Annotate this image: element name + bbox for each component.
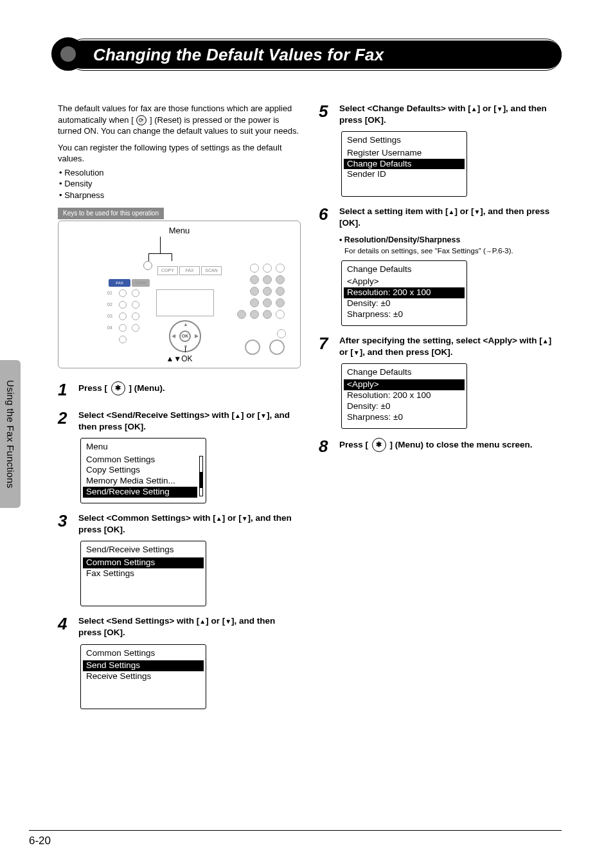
step-5-lcd: Send Settings Register Username Change D… — [341, 131, 467, 197]
lcd-row-selected: Common Settings — [83, 557, 204, 568]
title-banner: Changing the Default Values for Fax — [55, 39, 562, 77]
down-arrow-icon — [260, 410, 267, 420]
step-3: 3 Select <Common Settings> with [] or []… — [58, 512, 301, 606]
step-5: 5 Select <Change Defaults> with [] or []… — [319, 103, 562, 197]
lcd-scrollbar — [199, 456, 203, 497]
up-arrow-icon — [235, 410, 241, 420]
lcd-row — [81, 682, 206, 693]
lcd-title: Menu — [81, 440, 206, 454]
step-number: 2 — [58, 410, 72, 503]
down-arrow-icon — [242, 513, 248, 523]
diagram-menu-label: Menu — [58, 225, 300, 237]
down-arrow-icon — [353, 347, 360, 357]
menu-button-icon: ✱ — [111, 381, 125, 395]
down-arrow-icon — [497, 104, 503, 113]
step-1: 1 Press [ ✱ ] (Menu). — [58, 381, 301, 401]
diagram-onetouch-grid: 01 02 03 04 — [107, 289, 139, 347]
lcd-title: Send/Receive Settings — [81, 543, 206, 557]
step-number: 8 — [319, 438, 333, 457]
step-2: 2 Select <Send/Receive Settings> with []… — [58, 410, 301, 503]
lcd-title: Change Defaults — [342, 366, 466, 379]
step-3-lcd: Send/Receive Settings Common Settings Fa… — [80, 541, 206, 606]
step-number: 5 — [319, 103, 333, 197]
down-arrow-icon — [225, 616, 231, 626]
up-arrow-icon — [199, 616, 206, 626]
step-6-detail: For details on settings, see "Fax Settin… — [344, 246, 562, 257]
step-number: 7 — [319, 335, 333, 429]
right-column: 5 Select <Change Defaults> with [] or []… — [319, 103, 562, 718]
bullet-density: Density — [59, 178, 301, 190]
diagram-arrow-ok-label: ▲▼OK — [58, 354, 300, 364]
page-number: 6-20 — [29, 835, 51, 847]
step-5-text: Select <Change Defaults> with [] or [], … — [339, 103, 562, 126]
left-column: The default values for fax are those fun… — [58, 103, 301, 718]
diagram-menu-button-icon — [143, 261, 152, 270]
bullet-resolution: Resolution — [59, 167, 301, 179]
step-8-text: Press [ ✱ ] (Menu) to close the menu scr… — [339, 438, 562, 452]
step-4: 4 Select <Send Settings> with [] or [], … — [58, 615, 301, 709]
up-arrow-icon — [449, 206, 455, 216]
lcd-title: Common Settings — [81, 647, 206, 660]
lcd-row: <Apply> — [342, 276, 466, 287]
reset-icon: ⟳ — [136, 115, 147, 125]
step-6-subheading: Resolution/Density/Sharpness — [339, 235, 562, 246]
lcd-title: Change Defaults — [342, 263, 466, 276]
step-6-lcd: Change Defaults <Apply> Resolution: 200 … — [341, 260, 467, 326]
step-1-text: Press [ ✱ ] (Menu). — [78, 381, 301, 395]
lcd-row: Common Settings — [81, 455, 199, 466]
up-arrow-icon — [216, 513, 222, 523]
down-arrow-icon — [474, 206, 480, 216]
lcd-row: Register Username — [342, 148, 466, 159]
lcd-title: Send Settings — [342, 134, 466, 147]
diagram-copy-mode: COPY — [157, 266, 178, 275]
up-arrow-icon — [471, 104, 477, 113]
step-7-lcd: Change Defaults <Apply> Resolution: 200 … — [341, 363, 467, 429]
step-7: 7 After specifying the setting, select <… — [319, 335, 562, 429]
up-arrow-icon — [542, 336, 549, 345]
step-2-text: Select <Send/Receive Settings> with [] o… — [78, 410, 301, 433]
lcd-row: Copy Settings — [81, 465, 199, 476]
page-footer: 6-20 — [29, 830, 562, 847]
step-7-text: After specifying the setting, select <Ap… — [339, 335, 562, 358]
step-3-text: Select <Common Settings> with [] or [], … — [78, 512, 301, 536]
lcd-row-selected: <Apply> — [344, 379, 465, 390]
diagram-stop-icon — [277, 329, 286, 338]
side-tab-label: Using the Fax Functions — [5, 380, 16, 489]
title-bullet-icon — [51, 37, 85, 71]
intro-paragraph-1: The default values for fax are those fun… — [58, 103, 301, 137]
lcd-row — [342, 180, 466, 191]
lcd-row-selected: Send Settings — [83, 660, 204, 671]
bullet-sharpness: Sharpness — [59, 190, 301, 201]
diagram-fax-tab: FAX — [109, 279, 130, 287]
step-6: 6 Select a setting item with [] or [], a… — [319, 206, 562, 326]
step-number: 3 — [58, 512, 72, 606]
step-4-text: Select <Send Settings> with [] or [], an… — [78, 615, 301, 638]
lcd-row: Density: ±0 — [342, 298, 466, 309]
diagram-copy-tab: COPY — [132, 279, 150, 287]
step-2-lcd: Menu Common Settings Copy Settings Memor… — [80, 438, 206, 503]
lcd-row-selected: Resolution: 200 x 100 — [344, 287, 465, 298]
step-number: 1 — [58, 381, 72, 401]
intro-paragraph-2: You can register the following types of … — [58, 142, 301, 165]
menu-button-icon: ✱ — [372, 438, 386, 452]
lcd-row: Sender ID — [342, 169, 466, 180]
lcd-row: Memory Media Settin... — [81, 476, 199, 487]
diagram-scan-mode: SCAN — [201, 266, 222, 275]
side-tab: Using the Fax Functions — [0, 360, 21, 508]
diagram-ok-button-icon: OK — [179, 330, 191, 342]
diagram-lcd — [156, 289, 214, 316]
keys-label: Keys to be used for this operation — [58, 208, 164, 219]
lcd-row-selected: Send/Receive Setting — [83, 487, 197, 498]
step-6-text: Select a setting item with [] or [], and… — [339, 206, 562, 229]
step-4-lcd: Common Settings Send Settings Receive Se… — [80, 644, 206, 710]
xref-arrow-icon — [486, 247, 492, 255]
lcd-row: Receive Settings — [81, 671, 206, 682]
lcd-row — [81, 692, 206, 703]
lcd-row: Sharpness: ±0 — [342, 412, 466, 423]
lcd-row — [81, 590, 206, 601]
diagram-fax-mode: FAX — [179, 266, 200, 275]
lcd-row: Fax Settings — [81, 568, 206, 579]
step-8: 8 Press [ ✱ ] (Menu) to close the menu s… — [319, 438, 562, 457]
diagram-mode-row: COPY FAX SCAN — [157, 266, 222, 275]
step-number: 6 — [319, 206, 333, 326]
